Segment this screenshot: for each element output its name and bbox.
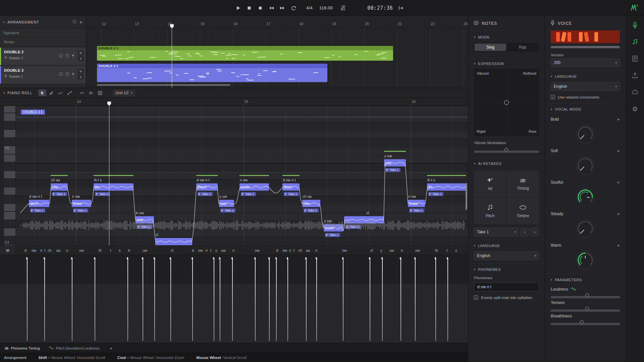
loudness-slider[interactable] [551,293,620,298]
note[interactable]: you [384,159,406,167]
phoneme-timing-spike[interactable] [44,258,45,341]
voice-language-select[interactable]: English ▾ [551,82,620,91]
take-badge[interactable]: Take 1 [73,208,88,213]
language-section-header[interactable]: ▾ LANGUAGE [468,240,545,250]
piano-keys[interactable]: C5C4 [0,106,16,245]
note-phonemes[interactable]: y uw [219,194,227,198]
phoneme-timing-spike[interactable] [143,258,143,341]
cursor-tool[interactable] [38,89,46,96]
phoneme-timing-spike[interactable] [154,258,155,341]
phoneme-token[interactable]: n [206,248,208,252]
add-track-button[interactable]: + [79,19,83,25]
settings-icon[interactable]: ⚙ [631,105,639,113]
phoneme-token[interactable]: uw [143,248,147,252]
phoneme-token[interactable]: s [455,248,457,252]
arrangement-clip[interactable]: DOUBLE 2 1 [97,46,393,61]
spline-tool[interactable] [56,89,64,96]
take-badge[interactable]: Take 1 [52,192,67,196]
note-phonemes[interactable]: n ow [408,194,416,198]
solo-button[interactable]: S [78,75,84,79]
note[interactable]: know [239,183,269,191]
add-vocal-mode-button[interactable]: + [617,116,620,122]
rap-button[interactable]: Rap [507,44,538,51]
piano-roll-grid[interactable]: DOUBLE 3 1 don'td ow n tTake 1chach aaTa… [0,106,468,245]
phoneme-token[interactable]: n [289,248,291,252]
loop-button[interactable] [290,5,297,11]
pattern-tool[interactable] [96,89,104,96]
vertical-scrollbar[interactable] [466,183,467,210]
phoneme-token[interactable]: n [40,248,42,252]
note-language-select[interactable]: English ▾ [474,251,539,260]
note-phonemes[interactable]: y uw [384,154,392,158]
phoneme-timing-spike[interactable] [170,258,171,341]
phoneme-timing-spike[interactable] [306,258,307,341]
phoneme-token[interactable]: d [276,248,278,252]
stop-button[interactable] [246,5,253,11]
add-lane-button[interactable]: + [110,345,113,351]
phoneme-timing-spike[interactable] [287,258,288,341]
prev-take-button[interactable]: ‹ [520,228,529,236]
chevron-down-icon[interactable]: ▾ [3,20,5,24]
soft-knob[interactable] [551,156,620,175]
track-double-2[interactable]: DOUBLE 2 Natalie 2 M S [0,48,86,65]
take-badge[interactable]: Take 1 [304,208,319,213]
phoneme-token[interactable]: ih [435,248,438,252]
piano-key[interactable] [4,195,15,203]
record-button[interactable] [257,5,264,11]
mute-button[interactable]: M [78,51,84,55]
note[interactable]: cha [51,183,68,191]
track-double-3[interactable]: DOUBLE 3 Natalie 2 M S [0,66,86,83]
fast-forward-button[interactable] [279,5,286,11]
breathiness-slider[interactable] [551,320,620,324]
add-vocal-mode-button[interactable]: + [617,148,620,154]
phoneme-token[interactable]: y [380,248,382,252]
note[interactable]: know [72,200,91,207]
note[interactable]: it's [427,183,466,191]
phoneme-timing-spike[interactable] [269,258,270,341]
note[interactable] [344,216,384,224]
take-badge[interactable]: Take 1 [220,208,235,213]
note[interactable]: know [408,200,425,207]
phoneme-timing-spike[interactable] [343,258,343,341]
vibrato-tool[interactable] [87,89,95,96]
pencil-tool[interactable] [47,89,55,96]
note-phonemes[interactable]: ch aa [303,194,312,198]
arrangement-ruler[interactable]: 121314151617181920212223 [86,16,468,28]
ai-retakes-section-header[interactable]: ▾ AI RETAKES [468,158,545,168]
phoneme-timing-spike[interactable] [447,258,448,341]
note[interactable]: true [136,216,154,224]
phoneme-token[interactable]: cl [171,248,173,252]
metronome-off-icon[interactable] [339,5,346,11]
microphone-icon[interactable] [631,21,639,29]
phoneme-timing-spike[interactable] [232,258,233,341]
piano-key[interactable] [4,138,15,146]
phoneme-token[interactable]: t [293,248,294,252]
note[interactable]: Don't [196,183,218,191]
phoneme-token[interactable]: y [215,248,217,252]
add-vocal-mode-button[interactable]: + [617,179,620,185]
take-badge[interactable]: Take 1 [385,168,400,172]
phoneme-token[interactable]: ch [298,248,302,252]
note[interactable] [155,238,192,245]
phoneme-token[interactable]: d [192,248,194,252]
active-clip-tag[interactable]: DOUBLE 3 1 [21,110,45,115]
track-controls[interactable] [59,54,74,58]
retake-all-button[interactable]: All [474,171,506,197]
expression-section-header[interactable]: ▾ EXPRESSION [468,58,545,68]
voice-artwork[interactable] [551,31,620,43]
piano-key[interactable] [4,106,15,113]
rewind-button[interactable] [268,5,275,11]
version-select[interactable]: 200 ▾ [551,58,620,67]
phonemes-section-header[interactable]: ▾ PHONEMES [468,263,545,274]
phoneme-timing-lane[interactable] [0,255,468,343]
take-badge[interactable]: Take 1 [284,192,299,196]
arrangement-timeline[interactable]: 121314151617181920212223 DOUBLE 2 1DOUBL… [86,16,468,88]
tension-slider[interactable] [551,306,620,311]
phoneme-token[interactable]: t [446,248,447,252]
voice-language-section-header[interactable]: ▾ LANGUAGE [545,70,626,81]
phoneme-token[interactable]: aa [306,248,310,252]
upload-icon[interactable] [631,71,639,79]
phoneme-token[interactable]: cl [370,248,373,252]
phoneme-token[interactable]: ow [79,248,84,252]
arrangement-scrollbar[interactable] [97,84,230,86]
